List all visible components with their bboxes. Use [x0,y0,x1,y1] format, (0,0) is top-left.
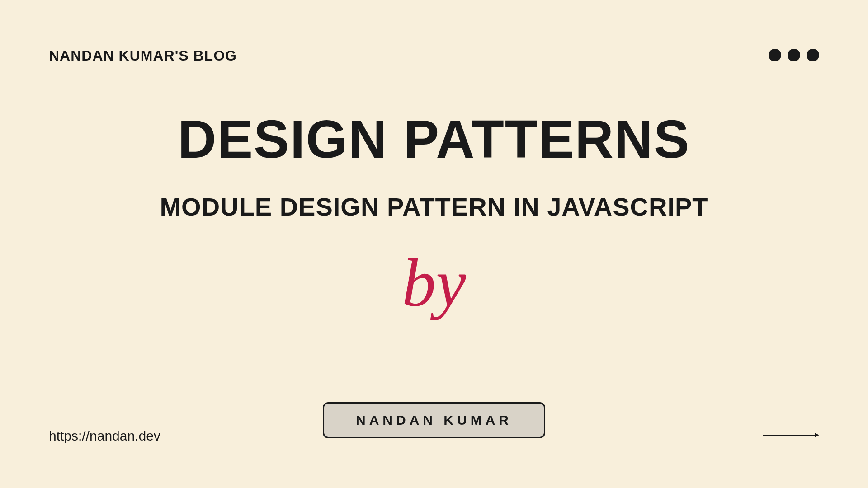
dot-icon [769,49,781,61]
arrow-head-icon [815,433,819,437]
author-name-box: NANDAN KUMAR [323,402,545,438]
dot-icon [788,49,800,61]
arrow-line-icon [763,435,815,436]
dots-decoration [769,49,819,61]
blog-name-header: NANDAN KUMAR'S BLOG [49,47,237,64]
subtitle: Module Design Pattern in Javascript [160,192,708,221]
by-text: by [402,244,466,322]
dot-icon [807,49,819,61]
arrow-decoration [763,433,819,437]
main-title: DESIGN PATTERNS [178,108,690,170]
website-url: https://nandan.dev [49,428,160,444]
